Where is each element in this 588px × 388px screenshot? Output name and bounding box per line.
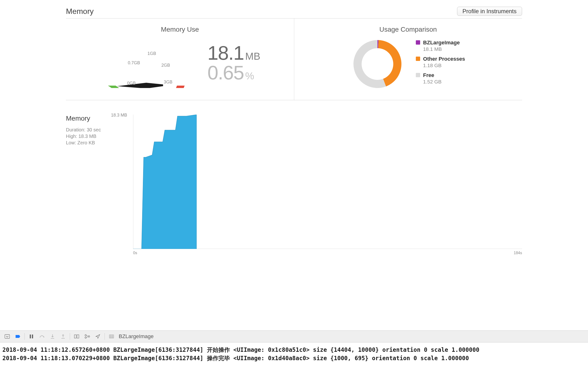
step-into-icon[interactable] xyxy=(47,330,58,342)
pause-icon[interactable] xyxy=(26,330,37,342)
section-header: Memory Profile in Instruments xyxy=(66,0,522,19)
toolbar-separator xyxy=(24,333,25,340)
toolbar-separator xyxy=(104,333,105,340)
legend-name: Other Processes xyxy=(423,56,465,62)
console-disclosure-button[interactable] xyxy=(2,330,12,342)
timeline-duration: Duration: 30 sec xyxy=(66,127,128,133)
console-output[interactable]: 2018-09-04 11:18:12.657260+0800 BZLargeI… xyxy=(0,342,588,388)
svg-rect-5 xyxy=(74,335,76,338)
legend-row: BZLargeImage18.1 MB xyxy=(416,40,465,52)
memory-use-title: Memory Use xyxy=(66,26,294,33)
console-line: 2018-09-04 11:18:13.070229+0800 BZLargeI… xyxy=(2,354,586,363)
timeline-section: Memory Duration: 30 sec High: 18.3 MB Lo… xyxy=(66,100,522,260)
svg-rect-2 xyxy=(32,335,33,338)
process-icon[interactable] xyxy=(106,330,117,342)
console-line: 2018-09-04 11:18:12.657260+0800 BZLargeI… xyxy=(2,346,586,354)
panels-row: Memory Use 0GB 0.7GB 1GB 2GB 3GB 18.1MB … xyxy=(66,19,522,100)
timeline-xstart: 0s xyxy=(133,251,137,255)
gauge-tick-3: 2GB xyxy=(161,63,170,68)
legend-name: BZLargeImage xyxy=(423,40,460,46)
step-out-icon[interactable] xyxy=(58,330,68,342)
usage-comparison-panel: Usage Comparison BZLargeImage18.1 MBOthe… xyxy=(294,19,522,100)
legend-value: 1.18 GB xyxy=(423,63,465,68)
svg-rect-3 xyxy=(51,338,54,339)
memory-use-panel: Memory Use 0GB 0.7GB 1GB 2GB 3GB 18.1MB … xyxy=(66,19,294,100)
debug-memory-graph-icon[interactable] xyxy=(82,330,93,342)
memory-use-values: 18.1MB 0.65% xyxy=(207,43,260,82)
svg-point-7 xyxy=(85,335,86,336)
location-icon[interactable] xyxy=(93,330,103,342)
gauge-tick-4: 3GB xyxy=(164,80,172,85)
legend-value: 18.1 MB xyxy=(423,46,460,52)
timeline-ymax-label: 18.3 MB xyxy=(111,113,127,118)
memory-percent: 0.65 xyxy=(207,62,244,83)
timeline-low: Low: Zero KB xyxy=(66,140,128,146)
svg-rect-6 xyxy=(77,335,79,338)
legend-row: Free1.52 GB xyxy=(416,72,465,85)
svg-rect-4 xyxy=(61,338,65,339)
svg-rect-1 xyxy=(30,335,31,338)
memory-gauge: 0GB 0.7GB 1GB 2GB 3GB xyxy=(99,38,193,88)
gauge-tick-1: 0.7GB xyxy=(128,60,140,66)
legend-name: Free xyxy=(423,72,441,78)
gauge-tick-0: 0GB xyxy=(127,81,136,86)
section-title: Memory xyxy=(66,7,94,16)
memory-percent-unit: % xyxy=(245,70,254,81)
legend-swatch xyxy=(416,73,420,77)
target-label[interactable]: BZLargeImage xyxy=(119,333,154,340)
legend-swatch xyxy=(416,40,420,45)
profile-in-instruments-button[interactable]: Profile in Instruments xyxy=(457,7,522,16)
bookmark-icon[interactable] xyxy=(12,330,23,342)
timeline-xend: 184s xyxy=(514,251,522,255)
legend-swatch xyxy=(416,57,420,61)
legend-value: 1.52 GB xyxy=(423,79,441,85)
step-over-icon[interactable] xyxy=(37,330,47,342)
timeline-meta: Memory Duration: 30 sec High: 18.3 MB Lo… xyxy=(66,115,133,250)
usage-comparison-title: Usage Comparison xyxy=(294,26,522,33)
svg-rect-0 xyxy=(5,335,10,338)
toolbar-separator xyxy=(70,333,70,340)
svg-point-9 xyxy=(88,336,90,337)
debug-view-hierarchy-icon[interactable] xyxy=(72,330,82,342)
gauge-tick-2: 1GB xyxy=(147,51,156,56)
timeline-high: High: 18.3 MB xyxy=(66,133,128,140)
svg-point-8 xyxy=(85,337,86,338)
usage-donut xyxy=(351,38,404,90)
console-toolbar: BZLargeImage xyxy=(0,330,588,342)
timeline-chart: 18.3 MB 0s 184s xyxy=(133,115,522,250)
legend-row: Other Processes1.18 GB xyxy=(416,56,465,68)
usage-legend: BZLargeImage18.1 MBOther Processes1.18 G… xyxy=(416,40,465,89)
memory-unit: MB xyxy=(245,50,260,62)
svg-rect-10 xyxy=(109,335,114,338)
memory-value: 18.1 xyxy=(207,42,244,64)
memory-report-area: Memory Profile in Instruments Memory Use… xyxy=(0,0,588,330)
